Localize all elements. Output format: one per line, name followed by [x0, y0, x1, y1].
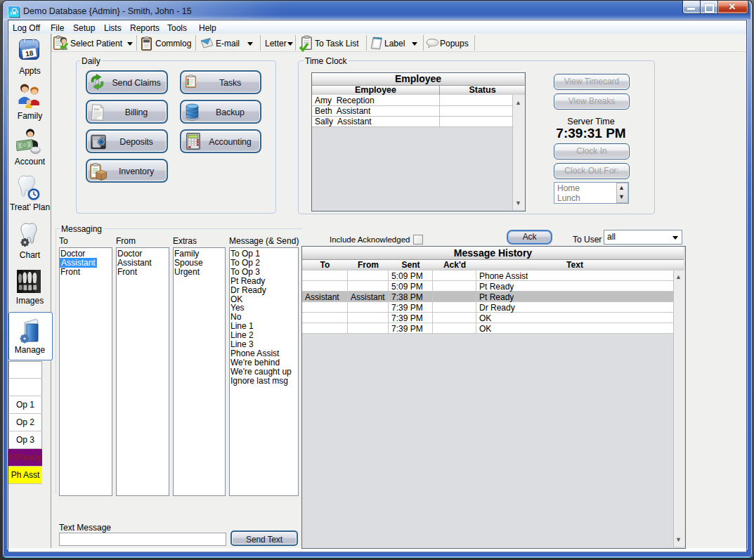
- svg-text:18: 18: [25, 49, 34, 58]
